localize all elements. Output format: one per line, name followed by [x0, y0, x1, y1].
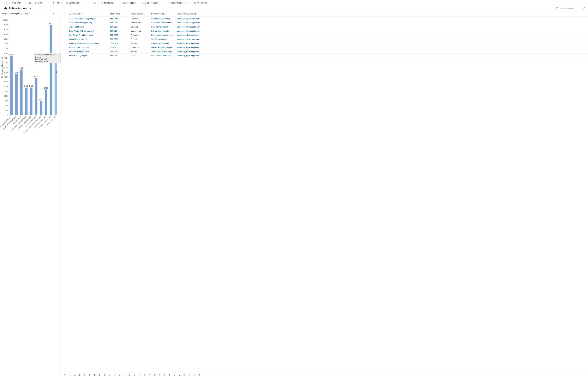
search-icon[interactable]: [583, 7, 585, 10]
cell-main-phone[interactable]: 555-0155: [109, 34, 129, 36]
alpha-item[interactable]: E: [92, 374, 97, 376]
alpha-item[interactable]: N: [137, 374, 142, 376]
create-view-button[interactable]: Create view: [193, 1, 209, 5]
alpha-item[interactable]: A: [72, 374, 77, 376]
cell-primary-contact[interactable]: Sidney Higa (sample): [150, 30, 176, 32]
alpha-item[interactable]: M: [132, 374, 137, 376]
alpha-item[interactable]: B: [77, 374, 82, 376]
cell-email[interactable]: someone_h@example.com: [176, 26, 588, 28]
cell-account-name[interactable]: Blue Yonder Airlines (sample): [68, 30, 109, 32]
cell-main-phone[interactable]: 555-0151: [109, 54, 129, 57]
alpha-item[interactable]: R: [157, 374, 162, 376]
table-row[interactable]: A. Datum Corporation (sample)555-0158Red…: [61, 17, 588, 21]
column-header-account-name[interactable]: Account Name ↑ ⌵: [68, 11, 109, 17]
alpha-item[interactable]: T: [167, 374, 172, 376]
chart-bar[interactable]: [15, 74, 18, 115]
cell-primary-contact[interactable]: Susanna Stubberod (sample): [150, 54, 176, 57]
cell-account-name[interactable]: Alpine Ski House: [68, 26, 109, 28]
cell-email[interactable]: someone_i@example.com: [176, 18, 588, 20]
chart-bar[interactable]: [10, 56, 12, 115]
bar-chart[interactable]: 05001,0001,5002,0002,5003,0003,5004,0004…: [0, 16, 60, 377]
cell-account-name[interactable]: Fourth Coffee (sample): [68, 50, 109, 53]
chart-bar[interactable]: [35, 78, 37, 115]
table-row[interactable]: Contoso Pharmaceuticals (sample)555-0156…: [61, 41, 588, 45]
alpha-item[interactable]: J: [117, 374, 122, 376]
run-report-button[interactable]: Run Report ⌵: [100, 1, 118, 5]
cell-account-name[interactable]: Coho Winery (sample): [68, 38, 109, 40]
cell-primary-contact[interactable]: Maria Campbell (sample): [150, 46, 176, 48]
alpha-item[interactable]: S: [162, 374, 167, 376]
chart-bar[interactable]: [45, 89, 47, 115]
cell-account-name[interactable]: Contoso Pharmaceuticals (sample): [68, 42, 109, 44]
view-selector-chevron-icon[interactable]: ⌵: [32, 7, 34, 10]
cell-main-phone[interactable]: 555-0156: [109, 42, 129, 44]
table-row[interactable]: Adventure Works (sample)555-0152Santa Cr…: [61, 21, 588, 25]
alpha-item[interactable]: V: [177, 374, 182, 376]
table-row[interactable]: Coho Winery (sample)555-0159PhoenixJim G…: [61, 37, 588, 41]
cell-main-phone[interactable]: 555-0150: [109, 50, 129, 53]
column-header-select-all[interactable]: ✓: [61, 11, 68, 17]
alpha-item[interactable]: L: [127, 374, 132, 376]
email-link-button[interactable]: Email a Link: [64, 1, 81, 5]
chart-selector-chevron-icon[interactable]: ⌵: [31, 13, 32, 14]
chart-bar[interactable]: [20, 70, 23, 115]
cell-email[interactable]: someone_c@example.com: [176, 22, 588, 24]
column-header-main-phone[interactable]: Main Phone ⌵: [109, 11, 129, 17]
chart-bar[interactable]: [40, 101, 42, 115]
column-header-city[interactable]: Address 1: City ⌵: [129, 11, 150, 17]
alpha-item[interactable]: H: [107, 374, 112, 376]
alpha-item[interactable]: O: [142, 374, 147, 376]
refresh-button[interactable]: ↻ Refresh: [51, 1, 64, 5]
cell-main-phone[interactable]: 555-0154: [109, 30, 129, 32]
alpha-item[interactable]: D: [87, 374, 92, 376]
alpha-item[interactable]: All: [62, 374, 68, 376]
cell-email[interactable]: someone_g@example.com: [176, 42, 588, 44]
alpha-item[interactable]: K: [122, 374, 127, 376]
cell-email[interactable]: someone_e@example.com: [176, 30, 588, 32]
flow-button[interactable]: Flow ⌵: [87, 1, 99, 5]
alpha-item[interactable]: G: [102, 374, 107, 376]
cell-main-phone[interactable]: 555-0158: [109, 18, 129, 20]
cell-primary-contact[interactable]: Yvonne McKay (sample): [150, 50, 176, 53]
cell-email[interactable]: someone_j@example.com: [176, 38, 588, 40]
new-button[interactable]: ＋ New: [23, 1, 33, 5]
hide-chart-button[interactable]: Hide Chart: [7, 1, 23, 5]
delete-split-button[interactable]: ⌵: [47, 1, 51, 5]
alpha-item[interactable]: X: [187, 374, 192, 376]
cell-account-name[interactable]: Adventure Works (sample): [68, 22, 109, 24]
table-row[interactable]: Alpine Ski House555-0157MissoulaPaul Can…: [61, 25, 588, 29]
search-input[interactable]: [560, 7, 583, 10]
chart-close-button[interactable]: ✕: [57, 12, 59, 15]
cell-primary-contact[interactable]: Paul Cannon (sample): [150, 26, 176, 28]
chart-bar[interactable]: [25, 88, 27, 115]
alpha-item[interactable]: Z: [197, 374, 202, 376]
alpha-item[interactable]: C: [82, 374, 87, 376]
import-excel-button[interactable]: x Import from Excel: [165, 1, 187, 5]
cell-account-name[interactable]: Litware, Inc. (sample): [68, 54, 109, 57]
cell-account-name[interactable]: City Power & Light (sample): [68, 34, 109, 36]
alpha-item[interactable]: U: [172, 374, 177, 376]
chart-bar[interactable]: [55, 58, 57, 115]
cell-primary-contact[interactable]: Rene Valdes (sample): [150, 18, 176, 20]
cell-account-name[interactable]: A. Datum Corporation (sample): [68, 18, 109, 20]
chart-bar[interactable]: [50, 25, 52, 115]
alpha-item[interactable]: W: [182, 374, 187, 376]
chart-more-button[interactable]: ⋮: [53, 12, 54, 14]
import-excel-split-button[interactable]: ⌵: [188, 1, 192, 5]
table-row[interactable]: Fourth Coffee (sample)555-0150RentonYvon…: [61, 49, 588, 54]
cell-email[interactable]: someone_d@example.com: [176, 46, 588, 48]
alpha-item[interactable]: P: [147, 374, 152, 376]
back-button[interactable]: ←: [1, 1, 6, 5]
cell-account-name[interactable]: Fabrikam, Inc. (sample): [68, 46, 109, 48]
filter-icon[interactable]: [555, 7, 558, 10]
delete-button[interactable]: Delete: [33, 1, 45, 5]
cell-main-phone[interactable]: 555-0152: [109, 22, 129, 24]
table-row[interactable]: Fabrikam, Inc. (sample)555-0153LynnwoodM…: [61, 45, 588, 49]
alpha-item[interactable]: F: [97, 374, 102, 376]
table-row[interactable]: City Power & Light (sample)555-0155Redmo…: [61, 33, 588, 37]
alpha-item[interactable]: Q: [152, 374, 157, 376]
table-row[interactable]: Blue Yonder Airlines (sample)555-0154Los…: [61, 29, 588, 33]
cell-main-phone[interactable]: 555-0153: [109, 46, 129, 48]
export-excel-split-button[interactable]: ⌵: [161, 1, 165, 5]
column-header-primary-contact[interactable]: Primary Contact ⌵: [150, 11, 176, 17]
